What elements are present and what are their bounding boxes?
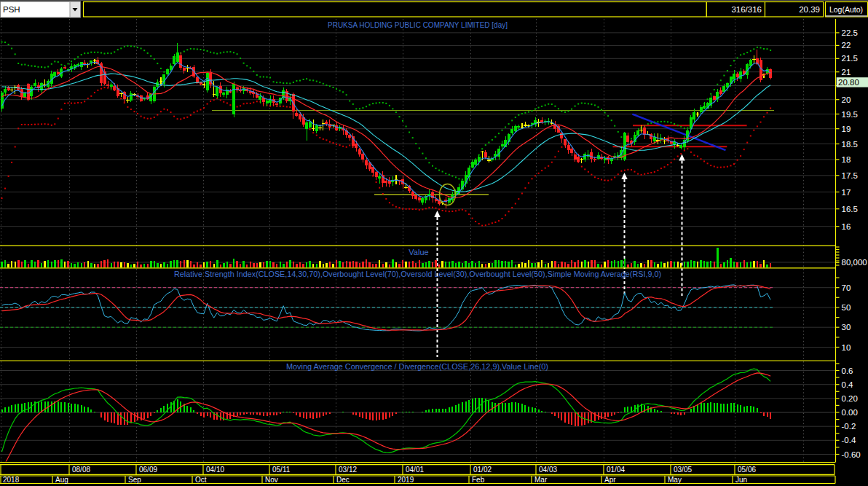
svg-text:Log(Auto): Log(Auto) [829,5,863,14]
svg-text:-0.60: -0.60 [842,450,861,459]
svg-text:20.80: 20.80 [838,78,859,87]
svg-text:17: 17 [842,188,851,197]
svg-text:04/01: 04/01 [406,466,424,474]
svg-text:0.4: 0.4 [842,380,854,389]
svg-text:17.5: 17.5 [842,171,858,180]
svg-text:May: May [668,476,682,484]
svg-text:316/316: 316/316 [731,5,762,14]
svg-text:04/03: 04/03 [539,466,557,474]
svg-text:2019: 2019 [398,476,414,484]
svg-text:0.00: 0.00 [842,408,858,417]
svg-text:21: 21 [842,68,851,77]
svg-text:20: 20 [842,95,851,104]
svg-text:16: 16 [842,222,851,231]
svg-text:80,000: 80,000 [842,258,867,267]
svg-text:19: 19 [842,125,851,133]
svg-text:Sep: Sep [128,476,141,484]
svg-text:16.5: 16.5 [842,205,858,213]
svg-text:05/06: 05/06 [738,466,756,474]
svg-text:-0.2: -0.2 [842,422,856,431]
svg-text:Nov: Nov [265,476,278,484]
svg-text:18.5: 18.5 [842,140,858,149]
svg-text:22.5: 22.5 [842,28,858,37]
svg-text:2018: 2018 [3,476,20,484]
svg-text:Dec: Dec [336,476,350,484]
svg-text:18: 18 [842,155,851,164]
svg-text:0.6: 0.6 [842,367,853,375]
svg-text:Relative Strength Index(CLOSE,: Relative Strength Index(CLOSE,14,30,70),… [174,270,661,278]
svg-text:Moving Average Convergence / D: Moving Average Convergence / Divergence(… [286,362,548,371]
svg-text:30: 30 [842,323,851,332]
svg-text:Apr: Apr [604,476,616,484]
svg-text:Jun: Jun [735,476,747,484]
svg-text:03/05: 03/05 [674,466,692,474]
svg-text:-0.4: -0.4 [842,436,856,444]
svg-text:0.20: 0.20 [842,394,858,403]
svg-text:10: 10 [842,343,851,352]
svg-text:05/11: 05/11 [272,466,291,474]
svg-text:Feb: Feb [472,476,485,484]
svg-text:20.39: 20.39 [799,5,820,14]
svg-text:Aug: Aug [55,476,68,484]
svg-text:08/08: 08/08 [72,466,90,474]
svg-text:04/10: 04/10 [206,466,224,474]
svg-text:70: 70 [842,283,851,292]
svg-text:01/04: 01/04 [607,466,625,474]
svg-text:PRUKSA HOLDING PUBLIC COMPANY: PRUKSA HOLDING PUBLIC COMPANY LIMITED [d… [328,20,508,29]
svg-text:01/02: 01/02 [473,466,492,474]
svg-text:06/09: 06/09 [139,466,157,474]
svg-text:50: 50 [842,303,851,312]
svg-text:21.5: 21.5 [842,54,858,63]
svg-text:19.5: 19.5 [842,110,858,119]
svg-text:Value: Value [409,248,428,256]
svg-text:PSH: PSH [3,5,20,14]
svg-text:Mar: Mar [534,476,548,484]
svg-text:03/12: 03/12 [339,466,357,474]
svg-text:Oct: Oct [195,476,207,484]
svg-text:22: 22 [842,41,851,50]
